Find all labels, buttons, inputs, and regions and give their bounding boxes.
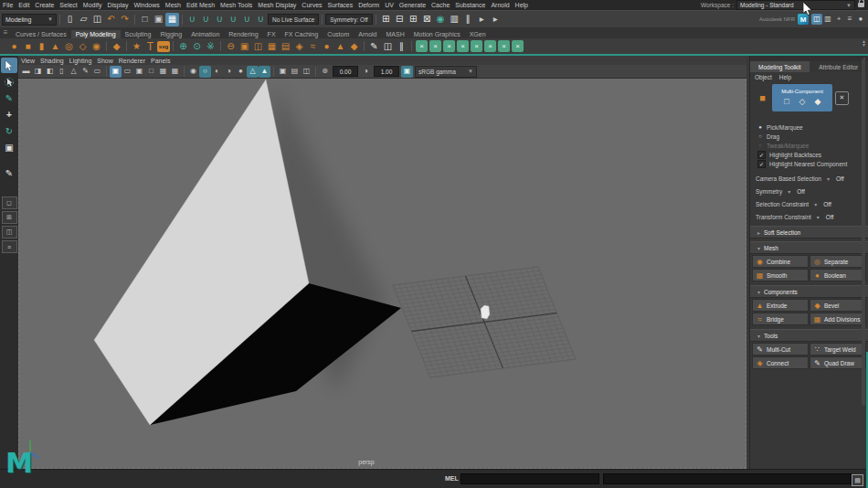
shelf-tab-rendering[interactable]: Rendering xyxy=(224,30,262,38)
layout-four-pane-button[interactable]: ⊞ xyxy=(2,211,17,224)
connect-button[interactable]: ◈Connect xyxy=(752,356,809,369)
scale-tool[interactable]: ▣ xyxy=(1,140,17,155)
2d-pan-zoom-icon[interactable]: ✎ xyxy=(79,66,91,78)
poly-cone-icon[interactable]: ▲ xyxy=(48,39,62,53)
poly-cylinder-icon[interactable]: ▮ xyxy=(35,39,48,53)
exposure-settings-icon[interactable]: ⊛ xyxy=(319,66,331,78)
panel-menu-renderer[interactable]: Renderer xyxy=(116,58,148,64)
checkbox-highlight-nearest-component[interactable]: ✓ Highlight Nearest Component xyxy=(750,159,868,168)
script-editor-icon[interactable]: ▤ xyxy=(852,474,863,486)
layout-single-pane-button[interactable]: ◻ xyxy=(2,196,17,209)
menu-modify[interactable]: Modify xyxy=(80,2,105,8)
sidebar-channel-box-icon[interactable]: + xyxy=(833,14,844,25)
mel-label[interactable]: MEL xyxy=(445,475,459,482)
panel-menu-view[interactable]: View xyxy=(18,58,37,64)
menu-cache[interactable]: Cache xyxy=(429,2,452,8)
launch-app-icon[interactable]: ▸ xyxy=(475,13,489,27)
lasso-tool[interactable] xyxy=(1,74,17,90)
render-sequence-icon[interactable]: ⊠ xyxy=(420,13,434,27)
sculpt-icon[interactable]: ● xyxy=(320,39,333,53)
image-plane-icon[interactable]: △ xyxy=(68,66,79,78)
boolean-union-icon[interactable]: ⊖ xyxy=(224,39,238,53)
toolkit-scrollbar[interactable] xyxy=(862,58,865,406)
panel-menu-shading[interactable]: Shading xyxy=(37,58,67,64)
symmetry-dropdown[interactable]: Symmetry ▾ Off xyxy=(750,185,868,197)
menu-display[interactable]: Display xyxy=(104,2,131,8)
grease-pencil-icon[interactable]: ▭ xyxy=(91,66,103,78)
super-shape-icon[interactable]: ★ xyxy=(130,39,143,53)
shelf-tab-fx-caching[interactable]: FX Caching xyxy=(281,30,323,38)
open-recent-icon[interactable]: ▸ xyxy=(489,13,503,27)
shelf-tab-curves-surfaces[interactable]: Curves / Surfaces xyxy=(11,30,71,38)
wireframe-icon[interactable]: ▣ xyxy=(110,66,122,78)
mirror-icon[interactable]: ◆ xyxy=(347,39,361,53)
lock-icon[interactable] xyxy=(858,3,864,7)
menu-mesh-display[interactable]: Mesh Display xyxy=(255,2,299,8)
gamma-icon[interactable]: ◑ xyxy=(360,66,372,78)
construction-plane-icon[interactable]: ⊕ xyxy=(176,39,190,53)
tab-modeling-toolkit[interactable]: Modeling Toolkit xyxy=(750,61,810,72)
locator-icon[interactable]: ⊙ xyxy=(190,39,204,53)
select-camera-icon[interactable]: ▬ xyxy=(20,66,32,78)
rotate-tool[interactable]: ↻ xyxy=(1,123,17,139)
multi-component-mode-icon[interactable]: ✕ xyxy=(835,91,849,105)
shelf-tab-animation[interactable]: Animation xyxy=(186,30,224,38)
all-lights-icon[interactable]: ○ xyxy=(199,66,211,78)
tab-attribute-editor[interactable]: Attribute Editor xyxy=(810,61,868,72)
menu-substance[interactable]: Substance xyxy=(452,2,488,8)
camera-based-selection-dropdown[interactable]: Camera Based Selection ▾ Off xyxy=(750,172,868,185)
pause-viewport-icon[interactable]: ∥ xyxy=(461,13,475,27)
shaded-icon[interactable]: ▭ xyxy=(122,66,133,78)
no-live-surface-field[interactable]: No Live Surface xyxy=(268,14,319,25)
shelf-menu-icon[interactable]: ≡ xyxy=(0,27,11,38)
shelf-tab-sculpting[interactable]: Sculpting xyxy=(121,30,156,38)
combine-icon[interactable]: ▣ xyxy=(238,39,251,53)
camera-attributes-icon[interactable]: ◧ xyxy=(44,66,56,78)
ambient-occlusion-icon[interactable]: ▲ xyxy=(259,66,270,78)
menu-arnold[interactable]: Arnold xyxy=(488,2,512,8)
select-hierarchy-icon[interactable]: □ xyxy=(138,13,152,27)
no-lights-icon[interactable]: ◑ xyxy=(223,66,235,78)
use-default-material-icon[interactable]: □ xyxy=(145,66,157,78)
freeze-transform-icon[interactable]: × xyxy=(443,40,455,52)
panel-menu-panels[interactable]: Panels xyxy=(148,58,173,64)
menu-generate[interactable]: Generate xyxy=(397,2,429,8)
toolkit-menu-help[interactable]: Help xyxy=(779,74,791,80)
poly-plane-icon[interactable]: ◇ xyxy=(76,39,90,53)
delete-nondeformer-history-icon[interactable]: × xyxy=(429,40,441,52)
separate-button[interactable]: ◎Separate xyxy=(810,255,866,268)
origin-locator-icon[interactable]: ※ xyxy=(204,39,217,53)
object-mode-icon[interactable]: ■ xyxy=(756,91,769,105)
hypershade-icon[interactable]: ⊟ xyxy=(393,13,407,27)
sidebar-tool-settings-icon[interactable]: ▥ xyxy=(822,14,833,25)
poly-torus-icon[interactable]: ◎ xyxy=(62,39,76,53)
screen-space-ao-icon[interactable]: ▦ xyxy=(169,66,181,78)
snap-curve-icon[interactable]: ∪ xyxy=(199,13,213,27)
gamma-field[interactable]: 1.00 xyxy=(374,66,399,77)
render-current-frame-icon[interactable]: ◉ xyxy=(434,13,448,27)
radio-pick-marquee[interactable]: ● Pick/Marquee xyxy=(750,122,868,132)
face-mode-icon[interactable]: ◆ xyxy=(812,96,824,107)
extrude-button[interactable]: ▲Extrude xyxy=(752,299,809,312)
edge-mode-icon[interactable]: ◇ xyxy=(797,96,809,107)
mesh-section-header[interactable]: ▾ Mesh xyxy=(750,241,868,254)
shelf-tab-mash[interactable]: MASH xyxy=(382,30,409,38)
conform-normals-icon[interactable]: × xyxy=(512,40,524,52)
render-view-icon[interactable]: ⊞ xyxy=(407,13,420,27)
smooth-button[interactable]: ▦Smooth xyxy=(752,269,809,281)
components-section-header[interactable]: ▾ Components xyxy=(750,285,868,298)
snap-point-icon[interactable]: ∪ xyxy=(213,13,227,27)
xray-icon[interactable]: ▤ xyxy=(289,66,301,78)
last-tool-used[interactable]: ✎ xyxy=(1,165,17,181)
poly-disc-icon[interactable]: ◉ xyxy=(90,39,103,53)
checkbox-highlight-backfaces[interactable]: ✓ Highlight Backfaces xyxy=(750,150,868,159)
menu-windows[interactable]: Windows xyxy=(131,2,162,8)
separate-icon[interactable]: ◫ xyxy=(251,39,265,53)
select-object-icon[interactable]: ▣ xyxy=(152,13,165,27)
shelf-tab-xgen[interactable]: XGen xyxy=(465,30,491,38)
bevel-button[interactable]: ◆Bevel xyxy=(810,299,866,312)
shadows-icon[interactable]: ▦ xyxy=(157,66,169,78)
snap-grid-icon[interactable]: ∪ xyxy=(185,13,199,27)
select-tool[interactable] xyxy=(1,58,17,73)
menu-create[interactable]: Create xyxy=(32,2,57,8)
